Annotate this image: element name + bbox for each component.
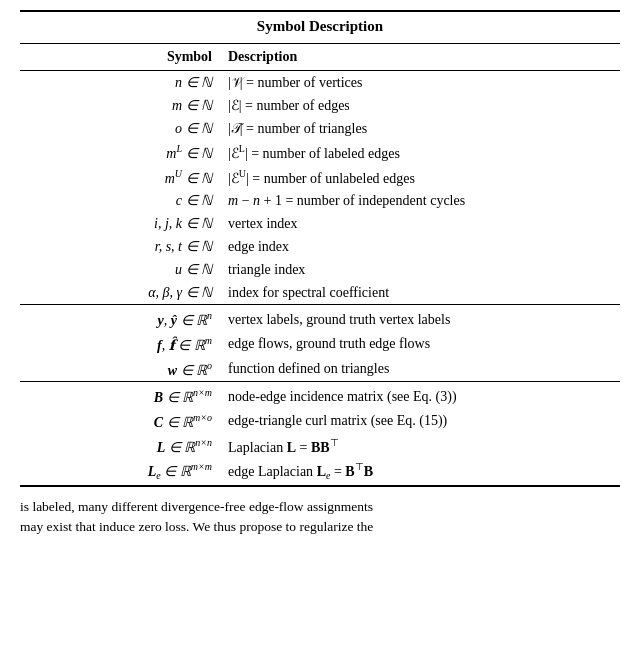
col-desc-header: Description [220, 44, 620, 71]
desc-cell: |ℰL| = number of labeled edges [220, 140, 620, 165]
symbol-cell: m ∈ ℕ [20, 94, 220, 117]
table-row: m ∈ ℕ|ℰ| = number of edges [20, 94, 620, 117]
desc-cell: edge Laplacian Le = B⊤B [220, 458, 620, 485]
desc-cell: index for spectral coefficient [220, 281, 620, 305]
symbol-cell: u ∈ ℕ [20, 258, 220, 281]
symbol-cell: f, f̂ ∈ ℝm [20, 332, 220, 357]
bottom-text-block: is labeled, many different divergence-fr… [20, 497, 620, 538]
table-row: B ∈ ℝn×mnode-edge incidence matrix (see … [20, 382, 620, 409]
table-row: c ∈ ℕm − n + 1 = number of independent c… [20, 189, 620, 212]
symbol-cell: r, s, t ∈ ℕ [20, 235, 220, 258]
table-row: y, ŷ ∈ ℝnvertex labels, ground truth ver… [20, 305, 620, 332]
symbol-cell: mU ∈ ℕ [20, 165, 220, 190]
table-row: Le ∈ ℝm×medge Laplacian Le = B⊤B [20, 458, 620, 485]
desc-cell: edge-triangle curl matrix (see Eq. (15)) [220, 409, 620, 434]
desc-cell: m − n + 1 = number of independent cycles [220, 189, 620, 212]
table-row: f, f̂ ∈ ℝmedge flows, ground truth edge … [20, 332, 620, 357]
symbol-cell: o ∈ ℕ [20, 117, 220, 140]
page-title: Symbol Description [20, 10, 620, 44]
desc-cell: vertex labels, ground truth vertex label… [220, 305, 620, 332]
col-symbol-header: Symbol [20, 44, 220, 71]
bottom-line-2: may exist that induce zero loss. We thus… [20, 517, 620, 537]
desc-cell: |ℰU| = number of unlabeled edges [220, 165, 620, 190]
table-row: α, β, γ ∈ ℕindex for spectral coefficien… [20, 281, 620, 305]
table-row: n ∈ ℕ|𝒱| = number of vertices [20, 71, 620, 95]
symbol-cell: L ∈ ℝn×n [20, 434, 220, 459]
symbol-cell: Le ∈ ℝm×m [20, 458, 220, 485]
desc-cell: triangle index [220, 258, 620, 281]
table-row: r, s, t ∈ ℕedge index [20, 235, 620, 258]
bottom-line-1: is labeled, many different divergence-fr… [20, 497, 620, 517]
symbol-table: Symbol Description n ∈ ℕ|𝒱| = number of … [20, 44, 620, 487]
table-row: C ∈ ℝm×oedge-triangle curl matrix (see E… [20, 409, 620, 434]
desc-cell: node-edge incidence matrix (see Eq. (3)) [220, 382, 620, 409]
table-row: L ∈ ℝn×nLaplacian L = BB⊤ [20, 434, 620, 459]
symbol-cell: C ∈ ℝm×o [20, 409, 220, 434]
desc-cell: edge flows, ground truth edge flows [220, 332, 620, 357]
symbol-cell: α, β, γ ∈ ℕ [20, 281, 220, 305]
table-row: mU ∈ ℕ|ℰU| = number of unlabeled edges [20, 165, 620, 190]
symbol-cell: i, j, k ∈ ℕ [20, 212, 220, 235]
desc-cell: |𝒯| = number of triangles [220, 117, 620, 140]
table-row: w ∈ ℝofunction defined on triangles [20, 357, 620, 382]
symbol-cell: B ∈ ℝn×m [20, 382, 220, 409]
desc-cell: |ℰ| = number of edges [220, 94, 620, 117]
symbol-cell: w ∈ ℝo [20, 357, 220, 382]
desc-cell: vertex index [220, 212, 620, 235]
symbol-cell: c ∈ ℕ [20, 189, 220, 212]
table-row: mL ∈ ℕ|ℰL| = number of labeled edges [20, 140, 620, 165]
table-row: i, j, k ∈ ℕvertex index [20, 212, 620, 235]
symbol-cell: n ∈ ℕ [20, 71, 220, 95]
desc-cell: function defined on triangles [220, 357, 620, 382]
table-row: o ∈ ℕ|𝒯| = number of triangles [20, 117, 620, 140]
symbol-cell: mL ∈ ℕ [20, 140, 220, 165]
desc-cell: Laplacian L = BB⊤ [220, 434, 620, 459]
desc-cell: edge index [220, 235, 620, 258]
desc-cell: |𝒱| = number of vertices [220, 71, 620, 95]
table-row: u ∈ ℕtriangle index [20, 258, 620, 281]
symbol-cell: y, ŷ ∈ ℝn [20, 305, 220, 332]
